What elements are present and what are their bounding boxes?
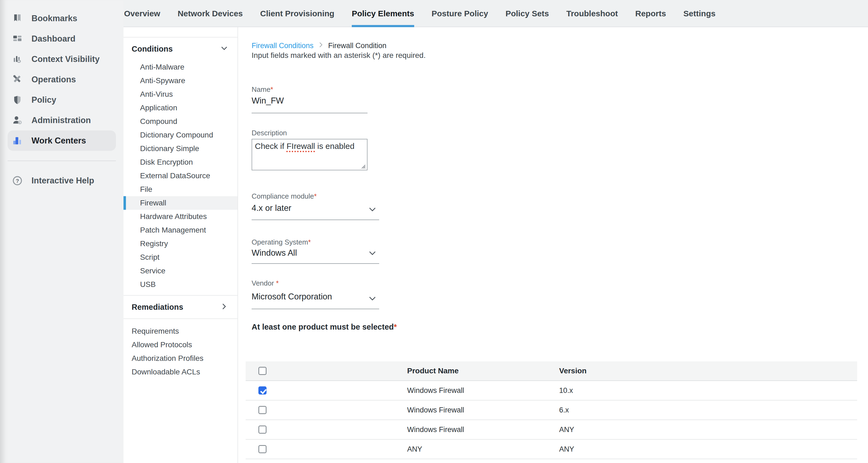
vendor-select[interactable]: Microsoft Corporation xyxy=(252,292,379,309)
condition-item-anti-malware[interactable]: Anti-Malware xyxy=(124,60,238,74)
row-checkbox[interactable] xyxy=(258,426,267,434)
context-visibility-icon xyxy=(11,53,23,65)
sidebar-item-label: Bookmarks xyxy=(31,13,78,23)
condition-item-dictionary-compound[interactable]: Dictionary Compound xyxy=(124,128,238,142)
breadcrumb-current: Firewall Condition xyxy=(328,41,386,50)
chevron-right-icon xyxy=(317,41,324,50)
condition-item-registry[interactable]: Registry xyxy=(124,237,238,251)
svg-text:?: ? xyxy=(16,178,19,184)
sidebar-item-interactive-help[interactable]: ? Interactive Help xyxy=(8,170,116,191)
vendor-label: Vendor * xyxy=(252,279,379,287)
condition-item-usb[interactable]: USB xyxy=(124,278,238,291)
sidebar-item-dashboard[interactable]: Dashboard xyxy=(8,29,116,49)
operating-system-label: Operating System* xyxy=(252,238,379,247)
compliance-module-label: Compliance module* xyxy=(252,192,379,201)
app-window: Overview Network Devices Client Provisio… xyxy=(0,0,868,463)
chevron-down-icon[interactable] xyxy=(367,204,377,216)
sidebar-item-administration[interactable]: Administration xyxy=(8,110,116,131)
condition-item-anti-virus[interactable]: Anti-Virus xyxy=(124,87,238,101)
chevron-right-icon xyxy=(220,302,229,312)
sidebar-item-label: Interactive Help xyxy=(31,176,94,185)
table-row: Windows Firewall ANY xyxy=(246,420,857,440)
table-row: Windows Firewall 6.x xyxy=(246,401,857,420)
condition-item-patch-management[interactable]: Patch Management xyxy=(124,223,238,237)
resize-handle-icon[interactable] xyxy=(359,162,366,169)
section-conditions[interactable]: Conditions xyxy=(124,37,238,60)
condition-item-dictionary-simple[interactable]: Dictionary Simple xyxy=(124,142,238,155)
policy-icon xyxy=(11,94,23,106)
required-asterisk: * xyxy=(276,279,279,287)
version-cell: 6.x xyxy=(559,406,569,414)
table-row: Windows Firewall 10.x xyxy=(246,381,857,401)
select-all-checkbox[interactable] xyxy=(258,367,267,375)
chevron-down-icon xyxy=(220,44,229,54)
compliance-module-select[interactable]: 4.x or later xyxy=(252,203,379,220)
version-cell: ANY xyxy=(559,426,574,434)
condition-item-file[interactable]: File xyxy=(124,182,238,196)
conditions-items: Anti-Malware Anti-Spyware Anti-Virus App… xyxy=(124,60,238,295)
tab-client-provisioning[interactable]: Client Provisioning xyxy=(260,0,334,27)
product-name-cell: ANY xyxy=(407,445,422,454)
condition-item-application[interactable]: Application xyxy=(124,101,238,115)
secondary-sidebar: Conditions Anti-Malware Anti-Spyware Ant… xyxy=(124,27,238,463)
sidebar-item-label: Operations xyxy=(31,75,76,85)
sidebar-item-bookmarks[interactable]: Bookmarks xyxy=(8,8,116,29)
section-label: Conditions xyxy=(132,45,220,54)
condition-item-external-datasource[interactable]: External DataSource xyxy=(124,169,238,182)
condition-item-service[interactable]: Service xyxy=(124,264,238,278)
tab-overview[interactable]: Overview xyxy=(124,0,160,27)
name-label: Name* xyxy=(252,85,368,94)
sidebar-divider xyxy=(8,161,116,161)
section-remediations[interactable]: Remediations xyxy=(124,296,238,318)
description-textarea[interactable]: Check if FIrewall is enabled xyxy=(252,139,368,170)
sidebar-item-authorization-profiles[interactable]: Authorization Profiles xyxy=(124,352,238,365)
sidebar-item-label: Work Centers xyxy=(31,136,86,146)
tab-network-devices[interactable]: Network Devices xyxy=(178,0,243,27)
condition-item-anti-spyware[interactable]: Anti-Spyware xyxy=(124,74,238,87)
tab-reports[interactable]: Reports xyxy=(636,0,666,27)
table-header-row: Product Name Version xyxy=(246,361,857,381)
condition-item-compound[interactable]: Compound xyxy=(124,115,238,128)
product-name-cell: Windows Firewall xyxy=(407,406,464,414)
work-centers-icon xyxy=(11,135,23,147)
tab-policy-sets[interactable]: Policy Sets xyxy=(505,0,549,27)
operating-system-select[interactable]: Windows All xyxy=(252,248,379,263)
required-asterisk: * xyxy=(270,85,273,93)
sidebar-item-label: Dashboard xyxy=(31,34,75,44)
condition-item-disk-encryption[interactable]: Disk Encryption xyxy=(124,155,238,169)
primary-sidebar: Bookmarks Dashboard Context Visibility O… xyxy=(0,0,124,463)
sidebar-item-allowed-protocols[interactable]: Allowed Protocols xyxy=(124,338,238,352)
tab-settings[interactable]: Settings xyxy=(683,0,715,27)
row-checkbox[interactable] xyxy=(258,445,267,453)
top-nav-bar: Overview Network Devices Client Provisio… xyxy=(0,0,868,27)
tab-troubleshoot[interactable]: Troubleshoot xyxy=(566,0,618,27)
sidebar-item-policy[interactable]: Policy xyxy=(8,90,116,110)
tab-posture-policy[interactable]: Posture Policy xyxy=(432,0,488,27)
row-checkbox[interactable] xyxy=(258,386,267,395)
sidebar-item-downloadable-acls[interactable]: Downloadable ACLs xyxy=(124,365,238,379)
sidebar-item-operations[interactable]: Operations xyxy=(8,69,116,90)
operations-icon xyxy=(11,74,23,86)
sidebar-item-work-centers[interactable]: Work Centers xyxy=(8,131,116,151)
administration-icon xyxy=(11,114,23,126)
sidebar-item-label: Context Visibility xyxy=(31,54,100,64)
products-table: Product Name Version Windows Firewall 10… xyxy=(246,361,857,459)
products-required-note: At least one product must be selected* xyxy=(252,322,397,331)
name-input[interactable]: Win_FW xyxy=(252,96,368,113)
chevron-down-icon[interactable] xyxy=(367,293,377,305)
sidebar-item-requirements[interactable]: Requirements xyxy=(124,324,238,338)
secondary-sidebar-header xyxy=(124,27,238,37)
vendor-field: Vendor * Microsoft Corporation xyxy=(252,279,379,309)
required-asterisk: * xyxy=(314,192,317,200)
chevron-down-icon[interactable] xyxy=(367,248,377,259)
condition-item-firewall[interactable]: Firewall xyxy=(124,196,238,210)
condition-item-hardware-attributes[interactable]: Hardware Attributes xyxy=(124,210,238,223)
sidebar-item-context-visibility[interactable]: Context Visibility xyxy=(8,49,116,69)
tab-policy-elements[interactable]: Policy Elements xyxy=(352,0,414,27)
breadcrumb-link-firewall-conditions[interactable]: Firewall Conditions xyxy=(252,41,313,50)
sidebar-item-label: Administration xyxy=(31,115,91,125)
required-asterisk: * xyxy=(394,322,397,331)
row-checkbox[interactable] xyxy=(258,406,267,414)
condition-item-script[interactable]: Script xyxy=(124,251,238,264)
version-cell: 10.x xyxy=(559,386,573,395)
